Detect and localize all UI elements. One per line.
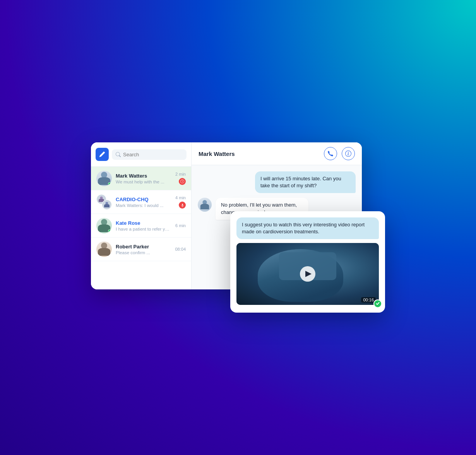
info-icon [345, 151, 351, 157]
contact-info-kate-rose: Kate Rose I have a patient to refer you … [116, 220, 171, 231]
contact-info-mark-watters: Mark Watters We must help with the ... [116, 173, 171, 184]
play-icon [305, 271, 312, 277]
contact-name-cardio-chq: CARDIO-CHQ [116, 197, 171, 202]
contact-item-mark-watters[interactable]: Mark Watters We must help with the ... 2… [91, 167, 191, 190]
contact-preview-kate-rose: I have a patient to refer you ... [116, 227, 171, 231]
contact-preview-robert-parker: Please confirm ... [116, 250, 171, 255]
contact-time-mark-watters: 2 min [175, 172, 186, 176]
contact-time-cardio-chq: 4 min [175, 195, 186, 200]
contact-time-robert-parker: 08:04 [175, 247, 186, 251]
search-box[interactable] [112, 149, 187, 160]
contact-meta-cardio-chq: 4 min [175, 195, 186, 209]
search-icon [116, 152, 121, 157]
checkmark-icon [376, 302, 380, 306]
avatar-kate-rose [96, 218, 112, 233]
contact-meta-mark-watters: 2 min [175, 172, 186, 185]
search-input[interactable] [123, 152, 183, 157]
chat-actions [324, 147, 355, 160]
sidebar: Mark Watters We must help with the ... 2… [91, 142, 192, 289]
avatar-sender [198, 198, 212, 212]
contact-name-mark-watters: Mark Watters [116, 173, 171, 179]
avatar-mark-watters [96, 171, 112, 186]
contact-time-kate-rose: 6 min [175, 223, 186, 228]
compose-button[interactable] [96, 148, 109, 161]
mic-badge-cardio-chq [179, 202, 186, 209]
mic-icon [181, 204, 184, 207]
contact-name-robert-parker: Robert Parker [116, 244, 171, 250]
contact-info-robert-parker: Robert Parker Please confirm ... [116, 244, 171, 255]
chat-header: Mark Watters [192, 142, 362, 165]
play-button[interactable] [300, 266, 315, 282]
sidebar-header [91, 142, 191, 167]
phone-button[interactable] [324, 147, 337, 160]
alert-badge-mark-watters [179, 178, 186, 185]
info-button[interactable] [342, 147, 355, 160]
contact-info-cardio-chq: CARDIO-CHQ Mark Watters: I would ... [116, 197, 171, 208]
contact-list: Mark Watters We must help with the ... 2… [91, 167, 191, 289]
contact-item-kate-rose[interactable]: Kate Rose I have a patient to refer you … [91, 214, 191, 238]
pencil-icon [99, 151, 105, 157]
chat-title: Mark Watters [199, 151, 235, 157]
avatar-cardio-chq [96, 194, 112, 210]
video-message-text: I suggest you to watch this very interes… [236, 217, 379, 239]
video-check-mark [373, 299, 382, 308]
contact-meta-kate-rose: 6 min [175, 223, 186, 228]
contact-preview-cardio-chq: Mark Watters: I would ... [116, 203, 171, 208]
contact-name-kate-rose: Kate Rose [116, 220, 171, 226]
alert-icon [180, 180, 184, 183]
contact-preview-mark-watters: We must help with the ... [116, 180, 171, 184]
app-container: Mark Watters We must help with the ... 2… [91, 142, 385, 313]
video-card: I suggest you to watch this very interes… [230, 211, 385, 313]
video-thumbnail[interactable]: 00:16 [236, 243, 379, 305]
contact-item-cardio-chq[interactable]: CARDIO-CHQ Mark Watters: I would ... 4 m… [91, 190, 191, 214]
avatar-robert-parker [96, 241, 112, 257]
phone-icon [327, 151, 334, 157]
contact-item-robert-parker[interactable]: Robert Parker Please confirm ... 08:04 [91, 238, 191, 261]
contact-meta-robert-parker: 08:04 [175, 247, 186, 251]
message-sent-1: I will arrive 15 minutes late. Can you t… [255, 171, 356, 193]
